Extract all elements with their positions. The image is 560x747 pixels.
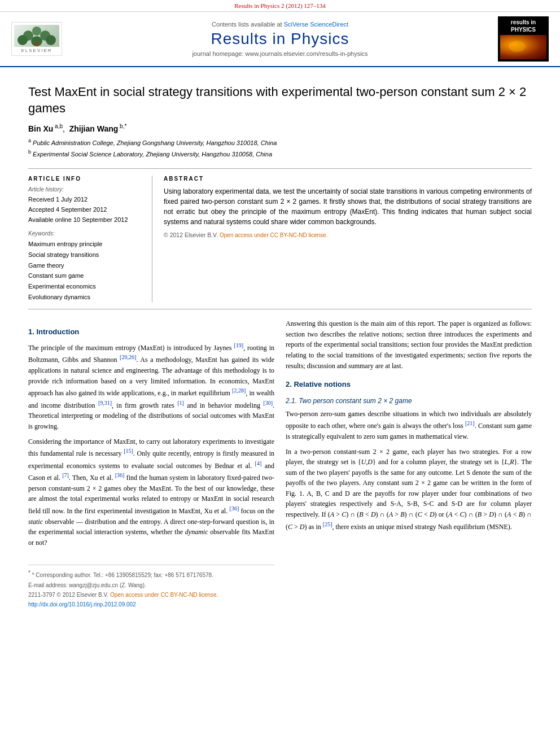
ref-21[interactable]: [21] [465,420,475,426]
received-date: Received 1 July 2012 [28,195,143,205]
keyword-4: Constant sum game [28,270,143,281]
affiliation-2: b Experimental Social Science Laboratory… [28,148,532,159]
journal-header: ELSEVIER Contents lists available at Sci… [0,12,560,67]
svg-rect-6 [35,42,38,46]
intro-para-1: The principle of the maximum entropy (Ma… [28,341,274,432]
journal-title: Results in Physics [68,30,492,48]
citation-bar: Results in Physics 2 (2012) 127–134 [0,0,560,12]
online-date: Available online 10 September 2012 [28,215,143,225]
left-column: 1. Introduction The principle of the max… [28,318,274,610]
homepage-url[interactable]: www.journals.elsevier.com/results-in-phy… [246,50,368,57]
footnote-open-access: Open access under CC BY-NC-ND license. [110,592,218,598]
section2-para-1: Two-person zero-sum games describe situa… [286,409,532,442]
footnote-doi: http://dx.doi.org/10.1016/j.rinp.2012.09… [28,600,274,609]
intro-para-2: Considering the importance of MaxEnt, to… [28,436,274,548]
open-access-label: Open access under CC BY-NC-ND license. [220,232,327,238]
authors-line: Bin Xu a,b, Zhijian Wang b,* [28,123,532,133]
ref-36b[interactable]: [36] [230,505,239,512]
ref-15[interactable]: [15] [124,448,133,454]
ref-2-28[interactable]: [2,28] [232,387,246,394]
author-2-name: Zhijian Wang [69,124,119,133]
doi-link[interactable]: http://dx.doi.org/10.1016/j.rinp.2012.09… [28,601,136,608]
citation-text: Results in Physics 2 (2012) 127–134 [234,2,326,9]
keyword-1: Maximum entropy principle [28,239,143,250]
footnote-star: * * Corresponding author. Tel.: +86 1390… [28,569,274,579]
affiliations: a Public Administration College, Zhejian… [28,137,532,160]
keyword-6: Evolutionary dynamics [28,292,143,303]
keyword-2: Social strategy transitions [28,250,143,260]
elsevier-tree-icon [17,25,56,47]
article-info-header: ARTICLE INFO [28,176,143,182]
ref-7[interactable]: [7] [62,472,69,478]
affiliation-1: a Public Administration College, Zhejian… [28,137,532,148]
section1-title: 1. Introduction [28,326,274,338]
footnote-email: E-mail address: wangzj@zju.edu.cn (Z. Wa… [28,581,274,589]
sciverse-link[interactable]: SciVerse ScienceDirect [284,21,348,28]
sciverse-line: Contents lists available at SciVerse Sci… [68,21,492,28]
affil-2-text: Experimental Social Science Laboratory, … [33,151,272,158]
results-logo-image [500,35,546,59]
svg-point-5 [46,35,56,45]
results-logo-text: results in PHYSICS [511,19,536,33]
ref-1[interactable]: [1] [177,400,184,406]
history-label: Article history: [28,186,143,193]
elsevier-logo: ELSEVIER [11,22,62,56]
body-columns: 1. Introduction The principle of the max… [28,318,532,610]
affil-2-sup: b [28,149,31,155]
article-info-panel: ARTICLE INFO Article history: Received 1… [28,176,152,302]
results-in-physics-logo: results in PHYSICS [498,16,549,62]
abstract-text: Using laboratory experimental data, we t… [164,186,532,227]
accepted-date: Accepted 4 September 2012 [28,205,143,215]
svg-point-0 [32,27,41,36]
elsevier-wordmark: ELSEVIER [21,48,52,53]
ref-20-26[interactable]: [20,26] [120,354,136,360]
right-column: Answering this question is the main aim … [286,318,532,610]
journal-center: Contents lists available at SciVerse Sci… [68,21,492,57]
author-1-name: Bin Xu [28,124,53,133]
footnote-issn: 2211-3797 © 2012 Elsevier B.V. Open acce… [28,591,274,599]
section2-para-2: In a two-person constant-sum 2 × 2 game,… [286,447,532,532]
keywords-label: Keywords: [28,230,143,237]
ref-4[interactable]: [4] [255,460,262,466]
paper-title: Test MaxEnt in social strategy transitio… [28,84,532,116]
abstract-copyright: © 2012 Elsevier B.V. Open access under C… [164,231,532,238]
abstract-header: ABSTRACT [164,176,532,182]
keyword-3: Game theory [28,260,143,271]
keyword-5: Experimental economics [28,281,143,292]
author-2-sup: b,* [118,123,126,129]
footnotes: * * Corresponding author. Tel.: +86 1390… [28,565,274,608]
elsevier-image [14,25,59,47]
section2-title: 2. Relative notions [286,379,532,390]
ref-19[interactable]: [19] [234,342,243,348]
affil-1-text: Public Administration College, Zhejiang … [33,139,277,146]
intro-right-para-1: Answering this question is the main aim … [286,318,532,371]
section2-subtitle: 2.1. Two person constant sum 2 × 2 game [286,396,532,406]
article-body: ARTICLE INFO Article history: Received 1… [28,168,532,309]
main-content: Test MaxEnt in social strategy transitio… [0,67,560,621]
ref-36[interactable]: [36] [115,472,125,478]
svg-point-3 [18,35,28,45]
author-1-sup: a,b [53,123,63,129]
ref-9-31[interactable]: [9,31] [98,400,112,406]
abstract-panel: ABSTRACT Using laboratory experimental d… [164,176,532,302]
ref-30[interactable]: [30] [263,400,273,406]
ref-25[interactable]: [25] [323,521,333,527]
affil-1-sup: a [28,138,31,143]
journal-homepage: journal homepage: www.journals.elsevier.… [68,50,492,57]
